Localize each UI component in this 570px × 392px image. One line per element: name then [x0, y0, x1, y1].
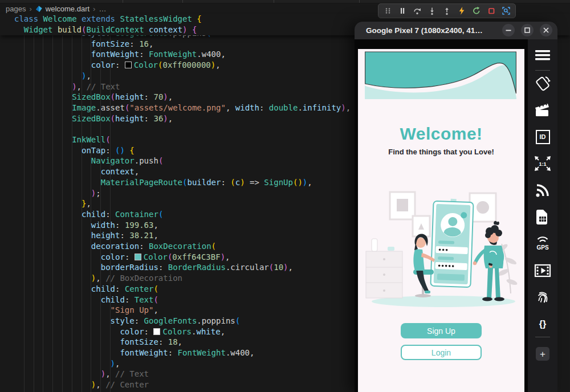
- maximize-icon: [521, 24, 534, 36]
- sidebar-menu-button[interactable]: [528, 45, 557, 66]
- code-line[interactable]: InkWell(: [14, 134, 111, 145]
- code-line[interactable]: "Sign Up",: [14, 305, 158, 316]
- maximize-button[interactable]: [521, 24, 534, 36]
- code-line[interactable]: ), // Text: [14, 81, 120, 92]
- sidebar-sim-card-button[interactable]: [528, 207, 557, 227]
- sidebar-device-id-button[interactable]: ID: [528, 126, 557, 147]
- screen-record-icon: [534, 263, 551, 278]
- sim-card-icon: [535, 209, 550, 225]
- sticky-code-line[interactable]: class Welcome extends StatelessWidget {: [14, 14, 202, 24]
- code-line[interactable]: ), // Center: [14, 379, 149, 390]
- sidebar-screen-record-button[interactable]: [528, 260, 557, 281]
- sticky-code-line[interactable]: Widget build(BuildContext context) {: [14, 24, 197, 35]
- sidebar-developer-braces-button[interactable]: {}: [528, 314, 557, 334]
- code-line[interactable]: fontSize: 18,: [14, 337, 182, 348]
- widget-inspector-icon: [502, 6, 511, 15]
- code-line[interactable]: context,: [14, 166, 139, 177]
- window-title: Google Pixel 7 (1080x2400, 41…: [366, 26, 483, 35]
- code-line[interactable]: decoration: BoxDecoration(: [14, 241, 216, 252]
- restart-icon: [472, 6, 481, 15]
- code-line[interactable]: ),: [14, 358, 120, 369]
- step-out-icon: [442, 6, 451, 15]
- developer-braces-icon: {}: [539, 319, 546, 329]
- debug-toolbar: [378, 3, 516, 18]
- hot-reload-button[interactable]: [455, 5, 468, 17]
- header-wave-graphic: [365, 51, 516, 99]
- chevron-right-icon: ›: [29, 5, 31, 13]
- welcome-title: Welcome!: [358, 124, 524, 144]
- emulator-body: Welcome! Find the things that you Love!: [355, 39, 557, 392]
- add-icon: +: [536, 347, 549, 361]
- code-line[interactable]: width: 199.63,: [14, 220, 158, 231]
- code-line[interactable]: SizedBox(height: 36),: [14, 113, 173, 124]
- code-line[interactable]: color: Color(0xff000000),: [14, 60, 221, 71]
- code-line[interactable]: );: [14, 188, 101, 199]
- device-id-icon: ID: [536, 130, 550, 144]
- sidebar-network-signal-button[interactable]: [528, 180, 557, 201]
- emulator-titlebar[interactable]: Google Pixel 7 (1080x2400, 41…: [355, 22, 557, 39]
- signup-button[interactable]: Sign Up: [401, 323, 482, 338]
- welcome-illustration: [358, 184, 524, 311]
- phone-screen: Welcome! Find the things that you Love!: [358, 49, 524, 392]
- code-line[interactable]: onTap: () {: [14, 145, 135, 156]
- sidebar-rotate-device-button[interactable]: [528, 73, 557, 93]
- sidebar-add-button[interactable]: +: [528, 344, 557, 364]
- sidebar-actual-size-button[interactable]: 1:1: [528, 153, 557, 174]
- svg-text:GPS: GPS: [536, 244, 548, 251]
- step-over-button[interactable]: [411, 5, 424, 17]
- stop-icon: [487, 6, 496, 15]
- close-icon: [540, 24, 552, 36]
- login-label: Login: [431, 348, 451, 357]
- dart-icon: [35, 5, 43, 13]
- stop-button[interactable]: [485, 5, 498, 17]
- code-line[interactable]: height: 38.21,: [14, 230, 158, 241]
- pause-button[interactable]: [396, 5, 409, 17]
- code-line[interactable]: fontWeight: FontWeight.w400,: [14, 348, 254, 358]
- sidebar-fingerprint-button[interactable]: [528, 287, 557, 308]
- code-line[interactable]: child: Container(: [14, 209, 163, 220]
- close-button[interactable]: [540, 24, 552, 36]
- network-signal-icon: [535, 182, 551, 198]
- signup-label: Sign Up: [427, 326, 455, 336]
- gripper-icon: [383, 6, 392, 15]
- code-line[interactable]: child: Text(: [14, 295, 158, 305]
- pause-icon: [398, 6, 407, 15]
- welcome-subtitle: Find the things that you Love!: [358, 148, 524, 156]
- screenshot-icon: [535, 103, 551, 117]
- gps-icon: GPS: [534, 236, 551, 252]
- svg-text:1:1: 1:1: [539, 161, 546, 167]
- step-into-button[interactable]: [426, 5, 438, 17]
- code-line[interactable]: borderRadius: BorderRadius.circular(10),: [14, 262, 293, 273]
- code-line[interactable]: ), // Text: [14, 369, 149, 379]
- restart-button[interactable]: [470, 5, 483, 17]
- code-line[interactable]: color: Colors.white,: [14, 326, 225, 337]
- code-line[interactable]: ),: [14, 71, 91, 81]
- login-button[interactable]: Login: [401, 345, 482, 360]
- code-line[interactable]: SizedBox(height: 70),: [14, 92, 173, 103]
- step-into-icon: [427, 6, 437, 15]
- breadcrumb-more[interactable]: …: [99, 5, 106, 13]
- code-line[interactable]: Image.asset("assets/welcome.png", width:…: [14, 103, 351, 113]
- code-line[interactable]: Navigator.push(: [14, 156, 163, 166]
- minimize-button[interactable]: [502, 24, 515, 36]
- minimize-icon: [502, 24, 515, 36]
- sidebar-screenshot-button[interactable]: [528, 100, 557, 120]
- sidebar-divider: [535, 337, 550, 337]
- step-out-button[interactable]: [441, 5, 453, 17]
- code-line[interactable]: style: GoogleFonts.poppins(: [14, 316, 240, 326]
- code-line[interactable]: fontWeight: FontWeight.w400,: [14, 49, 226, 60]
- widget-inspector-button[interactable]: [500, 5, 512, 17]
- code-line[interactable]: color: Color(0xff64C3BF),: [14, 252, 230, 263]
- fingerprint-icon: [535, 289, 551, 305]
- code-line[interactable]: },: [14, 198, 91, 209]
- sidebar-gps-button[interactable]: GPS: [528, 234, 557, 254]
- code-line[interactable]: ), // BoxDecoration: [14, 273, 182, 284]
- gripper-button[interactable]: [381, 5, 394, 17]
- emulator-sidebar: ID1:1GPS{}+: [528, 39, 557, 392]
- actual-size-icon: 1:1: [534, 155, 552, 172]
- code-line[interactable]: child: Center(: [14, 284, 158, 295]
- code-line[interactable]: MaterialPageRoute(builder: (c) => SignUp…: [14, 177, 312, 188]
- breadcrumb-file[interactable]: welcome.dart: [46, 5, 89, 13]
- breadcrumb-folder[interactable]: pages: [6, 5, 26, 13]
- code-line[interactable]: fontSize: 16,: [14, 39, 153, 50]
